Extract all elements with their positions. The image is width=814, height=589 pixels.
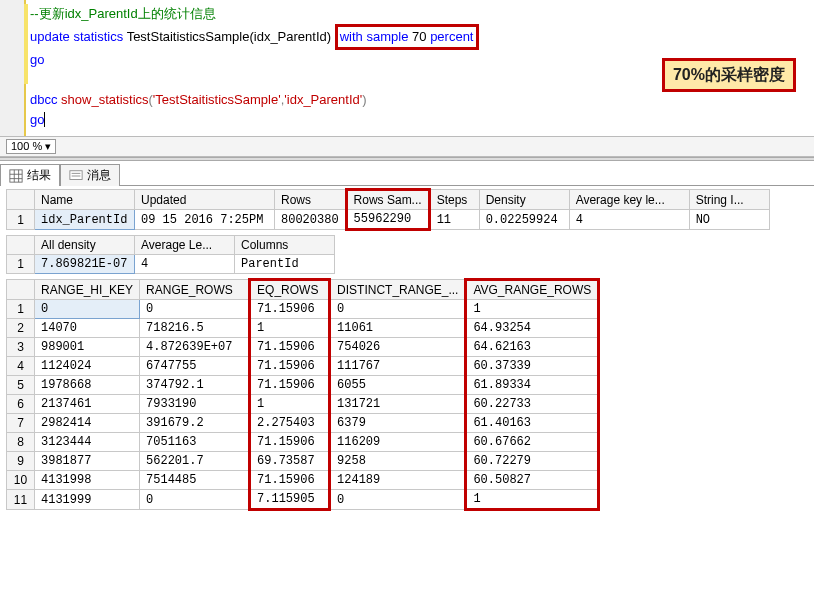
col-header[interactable]: Rows [275,190,347,210]
col-header[interactable]: Density [479,190,569,210]
col-header[interactable]: All density [35,236,135,255]
col-header[interactable]: Updated [135,190,275,210]
tab-results[interactable]: 结果 [0,164,60,186]
row-header[interactable]: 10 [7,471,35,490]
col-header[interactable]: Rows Sam... [346,190,429,210]
cell[interactable]: 71.15906 [250,471,330,490]
col-header[interactable]: Steps [429,190,479,210]
cell[interactable]: 2.275403 [250,414,330,433]
cell[interactable]: 7.115905 [250,490,330,510]
cell[interactable]: 11061 [330,319,466,338]
grid2-table[interactable]: All densityAverage Le...Columns17.869821… [6,235,335,274]
cell[interactable]: 71.15906 [250,338,330,357]
cell[interactable]: 71.15906 [250,357,330,376]
col-header[interactable]: Columns [235,236,335,255]
cell[interactable]: 61.40163 [466,414,599,433]
row-header[interactable]: 1 [7,210,35,230]
row-header[interactable]: 1 [7,300,35,319]
cell[interactable]: 1124024 [35,357,140,376]
grid3-table[interactable]: RANGE_HI_KEYRANGE_ROWSEQ_ROWSDISTINCT_RA… [6,278,600,511]
col-header[interactable]: String I... [689,190,769,210]
cell[interactable]: 4 [569,210,689,230]
cell[interactable]: 111767 [330,357,466,376]
cell[interactable]: 391679.2 [140,414,250,433]
row-header[interactable]: 6 [7,395,35,414]
cell[interactable]: 71.15906 [250,376,330,395]
row-header[interactable]: 7 [7,414,35,433]
col-header[interactable]: Average Le... [135,236,235,255]
col-header[interactable]: RANGE_ROWS [140,280,250,300]
cell[interactable]: ParentId [235,255,335,274]
cell[interactable]: 60.72279 [466,452,599,471]
cell[interactable]: 374792.1 [140,376,250,395]
row-header[interactable]: 8 [7,433,35,452]
cell[interactable]: 6055 [330,376,466,395]
col-header[interactable]: Average key le... [569,190,689,210]
cell[interactable]: 131721 [330,395,466,414]
cell[interactable]: 754026 [330,338,466,357]
cell[interactable]: 3981877 [35,452,140,471]
cell[interactable]: 64.93254 [466,319,599,338]
cell[interactable]: 0 [140,490,250,510]
cell[interactable]: 80020380 [275,210,347,230]
row-header[interactable]: 1 [7,255,35,274]
cell[interactable]: 09 15 2016 7:25PM [135,210,275,230]
cell[interactable]: 6379 [330,414,466,433]
cell[interactable]: 718216.5 [140,319,250,338]
cell[interactable]: 1 [250,319,330,338]
row-header[interactable]: 2 [7,319,35,338]
cell[interactable]: 7051163 [140,433,250,452]
cell[interactable]: 71.15906 [250,300,330,319]
cell[interactable]: 64.62163 [466,338,599,357]
cell[interactable]: 4131998 [35,471,140,490]
cell[interactable]: 1 [466,490,599,510]
col-header[interactable]: EQ_ROWS [250,280,330,300]
cell[interactable]: 0 [140,300,250,319]
cell[interactable]: 60.67662 [466,433,599,452]
cell[interactable]: 6747755 [140,357,250,376]
cell[interactable]: 4.872639E+07 [140,338,250,357]
cell[interactable]: 562201.7 [140,452,250,471]
cell[interactable]: 2137461 [35,395,140,414]
cell[interactable]: NO [689,210,769,230]
cell[interactable]: 1978668 [35,376,140,395]
cell[interactable]: 11 [429,210,479,230]
col-header[interactable]: AVG_RANGE_ROWS [466,280,599,300]
cell[interactable]: 0 [35,300,140,319]
row-header[interactable]: 9 [7,452,35,471]
cell[interactable]: 7514485 [140,471,250,490]
cell[interactable]: 60.37339 [466,357,599,376]
cell[interactable]: 71.15906 [250,433,330,452]
cell[interactable]: 60.50827 [466,471,599,490]
cell[interactable]: 69.73587 [250,452,330,471]
col-header[interactable]: RANGE_HI_KEY [35,280,140,300]
cell[interactable]: 55962290 [346,210,429,230]
cell[interactable]: 2982414 [35,414,140,433]
zoom-dropdown[interactable]: 100 % ▾ [6,139,56,154]
cell[interactable]: 0 [330,490,466,510]
cell[interactable]: 3123444 [35,433,140,452]
cell[interactable]: 61.89334 [466,376,599,395]
tab-messages[interactable]: 消息 [60,164,120,186]
col-header[interactable]: DISTINCT_RANGE_... [330,280,466,300]
cell[interactable]: 60.22733 [466,395,599,414]
row-header[interactable]: 11 [7,490,35,510]
cell[interactable]: 7933190 [140,395,250,414]
row-header[interactable]: 5 [7,376,35,395]
cell[interactable]: 9258 [330,452,466,471]
cell[interactable]: 0.02259924 [479,210,569,230]
cell[interactable]: 14070 [35,319,140,338]
sql-editor[interactable]: --更新idx_ParentId上的统计信息 update statistics… [0,0,814,136]
cell[interactable]: idx_ParentId [35,210,135,230]
cell[interactable]: 116209 [330,433,466,452]
cell[interactable]: 1 [250,395,330,414]
cell[interactable]: 0 [330,300,466,319]
cell[interactable]: 4 [135,255,235,274]
cell[interactable]: 1 [466,300,599,319]
col-header[interactable]: Name [35,190,135,210]
row-header[interactable]: 4 [7,357,35,376]
cell[interactable]: 7.869821E-07 [35,255,135,274]
cell[interactable]: 989001 [35,338,140,357]
cell[interactable]: 4131999 [35,490,140,510]
grid1-table[interactable]: NameUpdatedRowsRows Sam...StepsDensityAv… [6,188,770,231]
